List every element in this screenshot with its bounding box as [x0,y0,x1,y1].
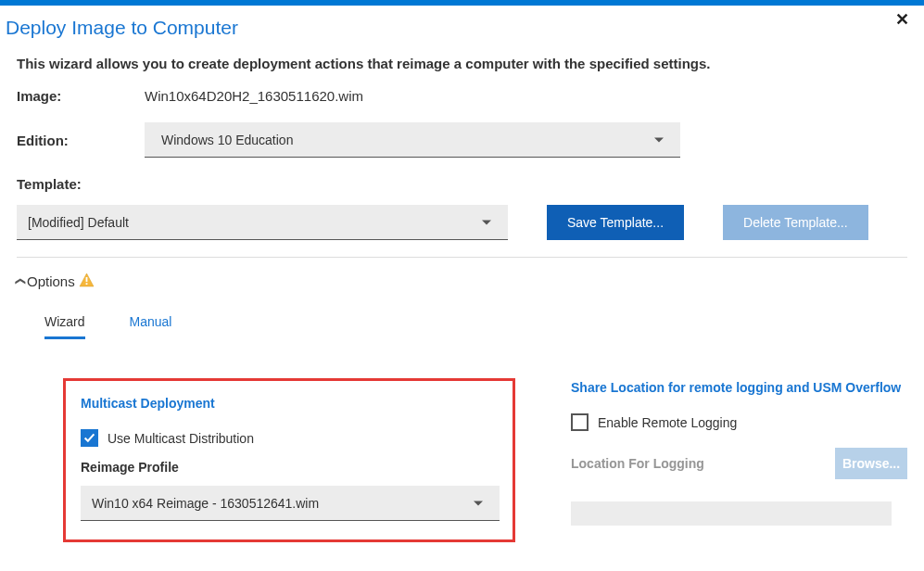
use-multicast-checkbox[interactable] [81,429,98,447]
tab-wizard[interactable]: Wizard [44,314,85,339]
tab-bar: Wizard Manual [44,314,907,339]
close-icon[interactable]: ✕ [895,9,909,30]
browse-button: Browse... [835,448,907,479]
reimage-profile-value: Win10 x64 Reimage - 1630512641.wim [92,496,319,511]
location-for-logging-label: Location For Logging [571,456,704,471]
image-row: Image: Win10x64D20H2_1630511620.wim [17,88,907,104]
enable-logging-row: Enable Remote Logging [571,413,907,431]
share-title: Share Location for remote logging and US… [571,380,907,395]
template-label: Template: [17,176,907,192]
tab-manual[interactable]: Manual [130,314,172,339]
reimage-profile-select[interactable]: Win10 x64 Reimage - 1630512641.wim [81,486,500,521]
edition-label: Edition: [17,133,145,148]
reimage-profile-label: Reimage Profile [81,460,498,475]
deploy-dialog: ✕ Deploy Image to Computer This wizard a… [0,6,924,542]
options-label: Options [27,273,75,289]
location-input [571,501,892,526]
template-select[interactable]: [Modified] Default [17,205,508,240]
edition-row: Edition: Windows 10 Education [17,122,907,158]
image-label: Image: [17,88,145,104]
image-value: Win10x64D20H2_1630511620.wim [145,88,363,104]
template-row: [Modified] Default Save Template... Dele… [17,205,907,240]
dialog-title: Deploy Image to Computer [6,17,907,39]
multicast-panel: Multicast Deployment Use Multicast Distr… [63,378,515,542]
save-template-button[interactable]: Save Template... [547,205,684,240]
location-row: Location For Logging Browse... [571,448,907,479]
enable-remote-logging-checkbox[interactable] [571,413,589,431]
enable-remote-logging-label: Enable Remote Logging [598,415,737,430]
template-select-value: [Modified] Default [28,215,129,230]
share-panel: Share Location for remote logging and US… [571,378,907,542]
multicast-checkbox-row: Use Multicast Distribution [81,429,498,447]
chevron-down-icon [474,501,483,505]
warning-icon [79,273,95,290]
use-multicast-label: Use Multicast Distribution [108,431,254,446]
options-toggle[interactable]: ❮ Options [17,273,907,290]
chevron-down-icon [482,220,491,224]
edition-select[interactable]: Windows 10 Education [145,122,680,158]
content-row: Multicast Deployment Use Multicast Distr… [63,378,907,542]
edition-select-value: Windows 10 Education [161,133,293,147]
multicast-title: Multicast Deployment [81,396,498,411]
chevron-down-icon: ❮ [15,277,27,286]
chevron-down-icon [654,137,664,142]
divider [17,257,907,258]
delete-template-button: Delete Template... [723,205,868,240]
checkmark-icon [83,432,95,444]
intro-text: This wizard allows you to create deploym… [17,56,907,71]
svg-rect-1 [85,277,87,282]
svg-rect-2 [85,283,87,285]
